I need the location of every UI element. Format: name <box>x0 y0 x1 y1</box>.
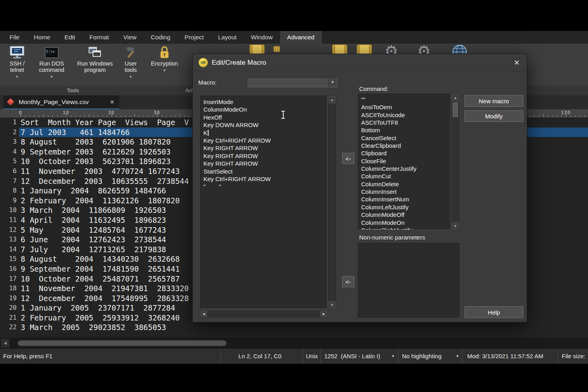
nonnumeric-parameters-box[interactable] <box>358 243 460 319</box>
command-item[interactable]: ColumnInsertNum <box>361 195 448 203</box>
line-text: 11 November 2003 4770724 1677243 <box>21 166 180 176</box>
insert-parameter-button[interactable]: <- <box>342 276 354 287</box>
line-text: 9 September 2003 6212629 1926503 <box>21 147 171 157</box>
highlighting-dropdown-icon[interactable]: ▼ <box>456 349 459 364</box>
scroll-up-icon[interactable]: ▲ <box>329 96 336 103</box>
encoding-dropdown-icon[interactable]: ▼ <box>391 349 395 364</box>
scroll-up-icon[interactable]: ▲ <box>452 94 459 101</box>
line-text: Sort Month Year Page Views Page V <box>21 118 189 127</box>
command-item[interactable]: ColumnInsert <box>361 188 448 195</box>
run-windows-program-button[interactable]: Run Windows program <box>72 44 118 73</box>
macro-step[interactable]: Key DOWN ARROW <box>203 121 324 129</box>
macro-step[interactable]: Key RIGHT ARROW <box>203 160 324 167</box>
line-text: 2 February 2004 11362126 1807820 <box>21 196 180 206</box>
dialog-close-icon[interactable]: ✕ <box>514 58 520 67</box>
command-item[interactable]: Clipboard <box>361 149 448 157</box>
command-list-vscrollbar[interactable]: ▲ ▼ <box>451 94 459 230</box>
ssh-dropdown-icon[interactable]: ▼ <box>15 74 19 80</box>
line-text: 10 October 2003 5623701 1896823 <box>21 156 171 166</box>
tab-close-icon[interactable]: ✕ <box>110 99 114 105</box>
macro-step[interactable]: StartSelect <box>203 168 324 175</box>
encryption-dropdown-icon[interactable]: ▼ <box>163 68 166 74</box>
menu-advanced[interactable]: Advanced <box>280 31 322 44</box>
line-text: 5 May 2004 12485764 1677243 <box>21 225 166 235</box>
menu-window[interactable]: Window <box>244 31 280 44</box>
command-item[interactable]: "" <box>361 96 448 103</box>
line-text: 1 January 2005 23707171 2877284 <box>21 303 175 313</box>
status-line-ending[interactable]: Unix <box>306 349 318 364</box>
ruler-label: 30 <box>154 110 160 115</box>
command-item[interactable]: CloseFile <box>361 157 448 165</box>
ruler-label: 10 <box>63 110 69 115</box>
menu-format[interactable]: Format <box>82 31 116 44</box>
ruler-label: 0 <box>19 110 22 115</box>
command-item[interactable]: ClearClipboard <box>361 142 448 149</box>
macro-step[interactable]: " " <box>203 183 324 190</box>
macro-step[interactable]: K <box>203 129 324 137</box>
menu-file[interactable]: File <box>2 31 27 44</box>
line-number: 6 <box>0 166 17 176</box>
macro-step[interactable]: ColumnModeOn <box>203 106 324 113</box>
command-item[interactable]: CancelSelect <box>361 134 448 142</box>
command-item[interactable]: ColumnCenterJustify <box>361 165 448 172</box>
insert-command-button[interactable]: <- <box>342 153 354 164</box>
menu-layout[interactable]: Layout <box>211 31 244 44</box>
status-modified-time: Mod: 3/13/2021 11:57:52 AM <box>467 349 544 364</box>
dialog-titlebar[interactable]: UE Edit/Create Macro ✕ <box>193 54 527 71</box>
new-macro-button[interactable]: New macro <box>464 95 523 107</box>
horizontal-scrollbar-thumb[interactable] <box>18 340 226 346</box>
command-item[interactable]: ASCIIToUnicode <box>361 111 448 119</box>
macro-step[interactable]: Key RIGHT ARROW <box>203 152 324 160</box>
macro-select[interactable]: ▼ <box>247 77 337 87</box>
user-tools-button[interactable]: User tools ▼ <box>119 44 142 80</box>
editor-line[interactable]: 223 March 2005 29023852 3865053 <box>0 322 588 332</box>
command-item[interactable]: ColumnModeOff <box>361 211 448 218</box>
macro-step[interactable]: HexOff <box>203 114 324 121</box>
command-scrollbar-thumb[interactable] <box>453 102 458 117</box>
macro-label: Macro: <box>198 79 217 86</box>
command-list[interactable]: ""AnsiToOemASCIIToUnicodeASCIIToUTF8Bott… <box>358 94 451 230</box>
scroll-down-icon[interactable]: ▼ <box>452 222 459 230</box>
tab-monthly-page-views[interactable]: Monthly_Page_Views.csv ✕ <box>3 95 119 109</box>
menu-coding[interactable]: Coding <box>143 31 177 44</box>
run-dos-command-button[interactable]: C:\> Run DOS command ▼ <box>33 44 70 80</box>
command-item[interactable]: Bottom <box>361 126 448 134</box>
macro-step[interactable]: Key Ctrl+RIGHT ARROW <box>203 175 324 183</box>
line-number: 1 <box>0 118 17 127</box>
ultraedit-logo-icon: UE <box>199 58 208 67</box>
command-item[interactable]: ColumnModeOn <box>361 219 448 226</box>
dos-prompt-icon: C:\> <box>45 47 58 58</box>
scroll-left-icon[interactable]: ◀ <box>1 339 10 348</box>
ssh-label2: telnet <box>10 67 24 73</box>
user-tools-dropdown-icon[interactable]: ▼ <box>129 74 132 80</box>
macro-step[interactable]: Key RIGHT ARROW <box>203 144 324 152</box>
help-button[interactable]: Help <box>464 306 523 318</box>
scroll-left-icon[interactable]: ◀ <box>201 311 207 317</box>
ssh-telnet-button[interactable]: SSH / telnet ▼ <box>3 44 31 80</box>
scroll-down-icon[interactable]: ▼ <box>329 301 336 309</box>
macro-select-dropdown-icon[interactable]: ▼ <box>328 78 337 87</box>
macro-step[interactable]: InsertMode <box>203 98 324 106</box>
command-item[interactable]: AnsiToOem <box>361 103 448 111</box>
macro-steps-editor[interactable]: InsertModeColumnModeOnHexOffKey DOWN ARR… <box>200 96 327 309</box>
command-item[interactable]: ASCIIToUTF8 <box>361 119 448 126</box>
encryption-button[interactable]: Encryption ▼ <box>148 44 181 74</box>
command-item[interactable]: ColumnCut <box>361 172 448 180</box>
scroll-right-icon[interactable]: ▶ <box>321 311 327 317</box>
menu-edit[interactable]: Edit <box>57 31 82 44</box>
macro-step[interactable]: Key Ctrl+RIGHT ARROW <box>203 137 324 144</box>
command-item[interactable]: ColumnRightJustify <box>361 226 448 230</box>
modify-button[interactable]: Modify <box>464 110 523 122</box>
menu-home[interactable]: Home <box>27 31 57 44</box>
command-item[interactable]: ColumnLeftJustify <box>361 203 448 211</box>
macro-steps-vscrollbar[interactable]: ▲ ▼ <box>328 96 336 309</box>
menu-project[interactable]: Project <box>178 31 211 44</box>
horizontal-scrollbar[interactable]: ◀ <box>0 338 588 349</box>
menu-view[interactable]: View <box>116 31 143 44</box>
macro-steps-hscrollbar[interactable]: ◀ ▶ <box>200 311 327 317</box>
status-encoding[interactable]: 1252 (ANSI - Latin I) <box>324 349 380 364</box>
command-item[interactable]: ColumnDelete <box>361 180 448 188</box>
line-text: 8 August 2003 6201906 1807820 <box>21 137 171 147</box>
run-dos-dropdown-icon[interactable]: ▼ <box>50 74 53 80</box>
status-highlighting[interactable]: No highlighting <box>402 349 441 364</box>
